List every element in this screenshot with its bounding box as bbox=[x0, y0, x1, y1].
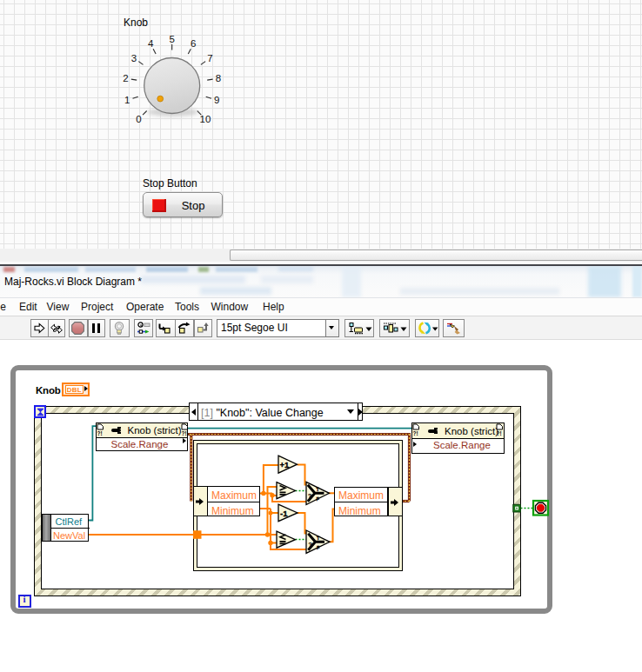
svg-text:?!: ?! bbox=[181, 430, 186, 436]
svg-text:?!: ?! bbox=[497, 430, 502, 436]
svg-text:?!: ?! bbox=[97, 430, 102, 436]
svg-text:?: ? bbox=[309, 542, 312, 548]
svg-text:+1: +1 bbox=[280, 460, 291, 469]
svg-text:-1: -1 bbox=[280, 509, 288, 518]
svg-text:?!: ?! bbox=[413, 430, 418, 436]
svg-text:?: ? bbox=[308, 493, 311, 499]
